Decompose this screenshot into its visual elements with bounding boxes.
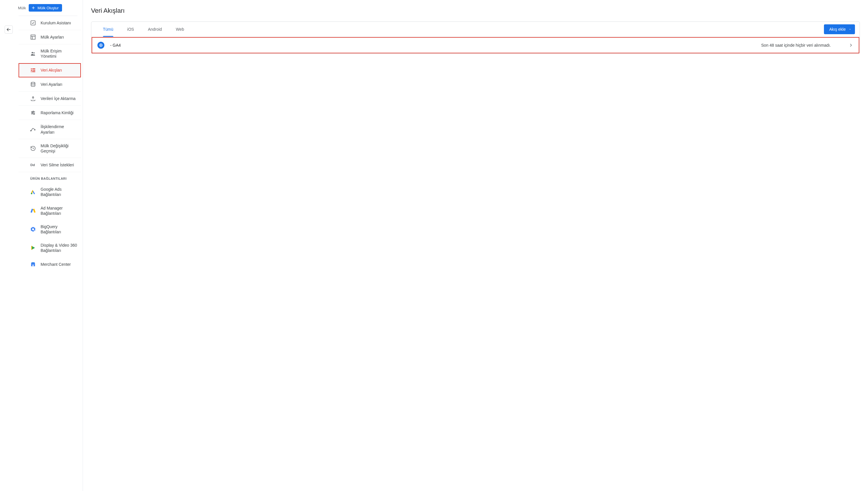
svg-point-3 xyxy=(33,53,34,54)
page-title: Veri Akışları xyxy=(91,7,860,15)
svg-rect-5 xyxy=(32,69,35,69)
sidebar-item-data-streams[interactable]: Veri Akışları xyxy=(19,63,81,77)
sidebar-item-setup-assistant[interactable]: Kurulum Asistanı xyxy=(19,16,81,30)
sidebar-item-label: Merchant Center xyxy=(40,262,71,267)
arrow-left-icon xyxy=(6,27,11,32)
sidebar-item-label: İlişkilendirme Ayarları xyxy=(40,124,78,135)
back-button[interactable] xyxy=(5,26,13,34)
sidebar-item-property-settings[interactable]: Mülk Ayarları xyxy=(19,30,81,45)
path-icon xyxy=(30,127,36,133)
stream-row[interactable]: - GA4 Son 48 saat içinde hiçbir veri alı… xyxy=(92,37,859,53)
stream-status: Son 48 saat içinde hiçbir veri alınmadı. xyxy=(761,43,831,48)
caret-down-icon xyxy=(848,28,851,31)
sidebar-item-data-import[interactable]: Verileri İçe Aktarma xyxy=(19,92,81,106)
google-ads-icon xyxy=(30,189,36,195)
svg-rect-17 xyxy=(30,209,33,213)
sidebar-item-label: Veri Akışları xyxy=(40,67,62,73)
svg-rect-0 xyxy=(31,21,35,25)
svg-rect-8 xyxy=(31,71,32,73)
add-stream-label: Akış ekle xyxy=(829,27,846,32)
svg-point-12 xyxy=(32,112,33,113)
check-square-icon xyxy=(30,20,36,26)
sidebar-item-data-settings[interactable]: Veri Ayarları xyxy=(19,77,81,92)
sidebar-item-label: Ad Manager Bağlantıları xyxy=(40,205,78,216)
sliders-icon xyxy=(30,110,36,116)
tab-ios[interactable]: iOS xyxy=(120,22,141,37)
svg-point-2 xyxy=(32,52,33,53)
data-streams-icon xyxy=(30,67,36,73)
section-title-product-links: ÜRÜN BAĞLANTILARI xyxy=(19,172,81,182)
sidebar-item-label: Mülk Ayarları xyxy=(40,34,64,40)
layout-icon xyxy=(30,34,36,40)
sidebar-item-label: Kurulum Asistanı xyxy=(40,20,71,26)
svg-point-11 xyxy=(33,111,34,112)
stream-name: - GA4 xyxy=(110,43,174,48)
svg-rect-9 xyxy=(32,71,35,73)
sidebar-item-property-access[interactable]: Mülk Erişim Yönetimi xyxy=(19,45,81,63)
bigquery-icon xyxy=(30,226,36,232)
dv360-icon xyxy=(30,245,36,251)
sidebar-item-label: Raporlama Kimliği xyxy=(40,110,74,115)
svg-point-14 xyxy=(30,130,31,131)
sidebar-item-label: BigQuery Bağlantıları xyxy=(40,224,78,234)
sidebar-item-dv360[interactable]: Display & Video 360 Bağlantıları xyxy=(19,238,81,257)
sidebar-item-label: Veri Ayarları xyxy=(40,82,62,87)
sidebar-item-reporting-identity[interactable]: Raporlama Kimliği xyxy=(19,106,81,120)
database-icon xyxy=(30,82,36,87)
main-content: Veri Akışları Tümü iOS Android Web Akış … xyxy=(83,0,868,491)
sidebar-item-label: Mülk Erişim Yönetimi xyxy=(40,49,78,59)
sidebar-item-label: Veri Silme İstekleri xyxy=(40,162,74,168)
svg-point-10 xyxy=(31,82,35,84)
merchant-center-icon xyxy=(30,261,36,267)
svg-rect-4 xyxy=(31,69,32,69)
tab-label: iOS xyxy=(127,27,134,32)
plus-icon xyxy=(31,5,36,10)
svg-rect-22 xyxy=(32,264,33,266)
sidebar-item-data-deletion[interactable]: Dd Veri Silme İstekleri xyxy=(19,158,81,172)
sidebar-item-label: Mülk Değişikliği Geçmişi xyxy=(40,143,78,154)
svg-point-16 xyxy=(31,193,32,195)
chevron-right-icon xyxy=(848,42,853,48)
create-property-label: Mülk Oluştur xyxy=(37,6,59,10)
add-stream-button[interactable]: Akış ekle xyxy=(824,24,855,34)
create-property-button[interactable]: Mülk Oluştur xyxy=(29,4,62,11)
history-icon xyxy=(30,145,36,151)
sidebar-item-change-history[interactable]: Mülk Değişikliği Geçmişi xyxy=(19,139,81,158)
property-header: Mülk Mülk Oluştur xyxy=(9,0,81,16)
upload-icon xyxy=(30,96,36,102)
sidebar-item-ad-manager[interactable]: Ad Manager Bağlantıları xyxy=(19,201,81,220)
sidebar: Mülk Mülk Oluştur Kurulum Asistanı Mülk … xyxy=(0,0,83,491)
dd-icon: Dd xyxy=(30,162,36,168)
svg-rect-1 xyxy=(31,35,35,39)
tab-web[interactable]: Web xyxy=(169,22,191,37)
tab-label: Android xyxy=(148,27,162,32)
globe-icon xyxy=(97,42,104,49)
property-label: Mülk xyxy=(18,6,26,10)
sidebar-item-attribution-settings[interactable]: İlişkilendirme Ayarları xyxy=(19,120,81,139)
tab-label: Web xyxy=(176,27,184,32)
tabs-row: Tümü iOS Android Web Akış ekle xyxy=(91,22,860,37)
svg-rect-18 xyxy=(33,209,36,213)
data-streams-card: Tümü iOS Android Web Akış ekle - GA4 Son… xyxy=(91,22,860,54)
svg-text:Dd: Dd xyxy=(30,163,35,167)
svg-point-13 xyxy=(34,114,34,115)
sidebar-item-label: Verileri İçe Aktarma xyxy=(40,96,76,101)
sidebar-item-bigquery[interactable]: BigQuery Bağlantıları xyxy=(19,220,81,238)
tab-all[interactable]: Tümü xyxy=(96,22,120,37)
ad-manager-icon xyxy=(30,208,36,213)
tab-android[interactable]: Android xyxy=(141,22,169,37)
tab-label: Tümü xyxy=(103,27,113,32)
sidebar-item-merchant-center[interactable]: Merchant Center xyxy=(19,257,81,271)
svg-rect-7 xyxy=(33,70,35,71)
sidebar-item-label: Display & Video 360 Bağlantıları xyxy=(40,242,78,253)
sidebar-item-google-ads[interactable]: Google Ads Bağlantıları xyxy=(19,182,81,201)
svg-rect-6 xyxy=(31,70,33,71)
people-icon xyxy=(30,51,36,57)
sidebar-item-label: Google Ads Bağlantıları xyxy=(40,187,78,197)
